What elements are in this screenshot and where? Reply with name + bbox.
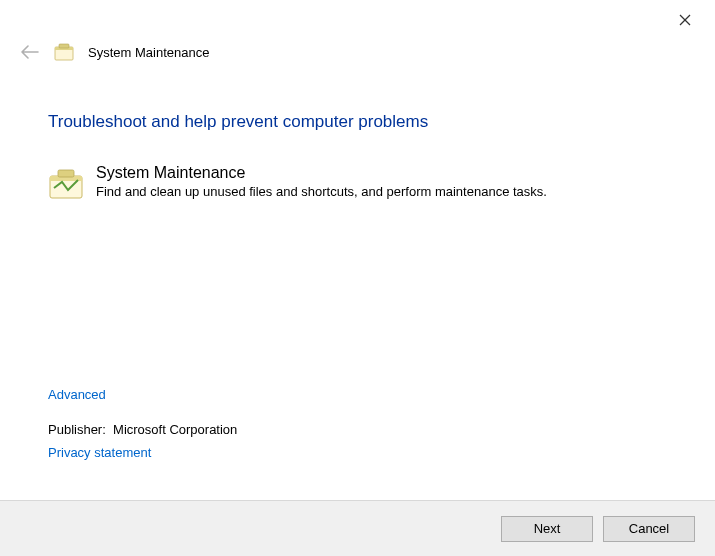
titlebar <box>0 0 715 36</box>
item-title: System Maintenance <box>96 164 667 182</box>
page-heading: Troubleshoot and help prevent computer p… <box>48 112 667 132</box>
button-bar: Next Cancel <box>0 500 715 556</box>
troubleshooter-icon <box>54 43 74 61</box>
maintenance-icon <box>48 166 84 200</box>
svg-rect-7 <box>58 170 74 177</box>
back-button[interactable] <box>20 42 40 62</box>
publisher-row: Publisher: Microsoft Corporation <box>48 422 668 437</box>
next-button[interactable]: Next <box>501 516 593 542</box>
publisher-label: Publisher: <box>48 422 106 437</box>
wizard-header: System Maintenance <box>0 36 715 74</box>
window-title: System Maintenance <box>88 45 209 60</box>
close-icon <box>679 14 691 26</box>
publisher-value: Microsoft Corporation <box>113 422 237 437</box>
troubleshooter-item: System Maintenance Find and clean up unu… <box>48 164 667 200</box>
privacy-link[interactable]: Privacy statement <box>48 445 151 460</box>
footer-links: Advanced Publisher: Microsoft Corporatio… <box>48 387 668 460</box>
svg-rect-4 <box>59 44 69 48</box>
advanced-link[interactable]: Advanced <box>48 387 106 402</box>
cancel-button[interactable]: Cancel <box>603 516 695 542</box>
back-arrow-icon <box>21 45 39 59</box>
close-button[interactable] <box>667 6 703 34</box>
item-text-block: System Maintenance Find and clean up unu… <box>96 164 667 199</box>
item-description: Find and clean up unused files and short… <box>96 184 667 199</box>
content-area: Troubleshoot and help prevent computer p… <box>0 74 715 200</box>
